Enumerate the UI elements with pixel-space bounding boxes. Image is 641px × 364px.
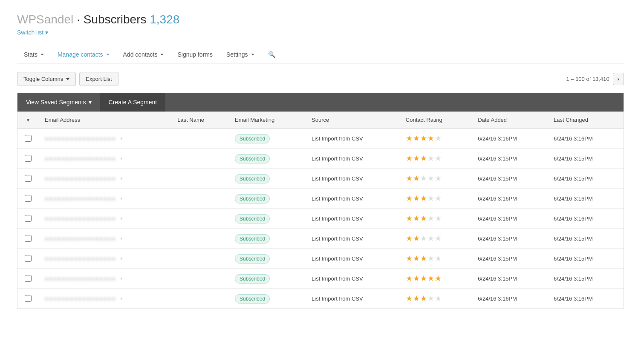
- row-email-blurred: ●●●●●●●●●●●●●●●●●: [45, 235, 116, 242]
- nav-search-button[interactable]: 🔍: [261, 46, 282, 63]
- row-status-cell: Subscribed: [229, 229, 306, 249]
- status-badge: Subscribed: [235, 274, 270, 284]
- row-expand-icon[interactable]: ›: [121, 295, 122, 301]
- col-header-check: ▼: [17, 112, 39, 129]
- nav-item-manage-contacts[interactable]: Manage contacts: [51, 46, 116, 63]
- row-status-cell: Subscribed: [229, 289, 306, 309]
- sort-chevron-icon: ▼: [26, 117, 31, 123]
- row-email-cell: ●●●●●●●●●●●●●●●●● ›: [39, 149, 171, 169]
- star-empty-icon: ★: [435, 214, 442, 223]
- contact-rating-stars: ★★★★★: [406, 194, 442, 203]
- row-expand-icon[interactable]: ›: [121, 235, 122, 241]
- row-checkbox[interactable]: [25, 175, 32, 182]
- star-empty-icon: ★: [427, 294, 435, 303]
- row-source-cell: List Import from CSV: [306, 189, 400, 209]
- row-expand-icon[interactable]: ›: [121, 135, 122, 141]
- table-row: ●●●●●●●●●●●●●●●●● › Subscribed List Impo…: [17, 169, 624, 189]
- table-row: ●●●●●●●●●●●●●●●●● › Subscribed List Impo…: [17, 249, 624, 269]
- contact-rating-stars: ★★★★★: [406, 234, 442, 243]
- star-filled-icon: ★: [406, 274, 413, 283]
- toolbar-left: Toggle Columns Export List: [17, 72, 118, 86]
- nav-signup-forms-label: Signup forms: [177, 51, 212, 58]
- nav-item-add-contacts[interactable]: Add contacts: [116, 46, 171, 63]
- row-status-cell: Subscribed: [229, 129, 306, 149]
- row-date-added-cell: 6/24/16 3:16PM: [472, 189, 548, 209]
- status-badge: Subscribed: [235, 254, 270, 264]
- export-list-label: Export List: [86, 76, 112, 82]
- view-saved-segments-chevron-icon: ▾: [89, 99, 92, 106]
- star-filled-icon: ★: [420, 294, 427, 303]
- row-date-added-cell: 6/24/16 3:15PM: [472, 149, 548, 169]
- view-saved-segments-button[interactable]: View Saved Segments ▾: [17, 93, 100, 112]
- star-filled-icon: ★: [406, 194, 413, 203]
- table-row: ●●●●●●●●●●●●●●●●● › Subscribed List Impo…: [17, 189, 624, 209]
- row-email-blurred: ●●●●●●●●●●●●●●●●●: [45, 155, 116, 162]
- row-last-name-cell: [171, 149, 229, 169]
- star-empty-icon: ★: [427, 174, 435, 183]
- row-expand-icon[interactable]: ›: [121, 195, 122, 201]
- subscribers-label: · Subscribers: [77, 13, 146, 26]
- star-filled-icon: ★: [420, 214, 427, 223]
- nav-item-settings[interactable]: Settings: [219, 46, 261, 63]
- row-source-cell: List Import from CSV: [306, 209, 400, 229]
- row-date-added-cell: 6/24/16 3:15PM: [472, 169, 548, 189]
- row-checkbox[interactable]: [25, 235, 32, 242]
- row-rating-cell: ★★★★★: [400, 209, 472, 229]
- row-rating-cell: ★★★★★: [400, 249, 472, 269]
- pagination-text: 1 – 100 of 13,410: [566, 76, 609, 82]
- row-expand-icon[interactable]: ›: [121, 155, 122, 161]
- row-checkbox[interactable]: [25, 155, 32, 162]
- row-checkbox[interactable]: [25, 275, 32, 282]
- row-checkbox-cell: [17, 169, 39, 189]
- col-header-email: Email Address: [39, 112, 171, 129]
- star-empty-icon: ★: [435, 254, 442, 263]
- row-email-blurred: ●●●●●●●●●●●●●●●●●: [45, 275, 116, 282]
- star-filled-icon: ★: [406, 254, 413, 263]
- row-date-added-cell: 6/24/16 3:16PM: [472, 129, 548, 149]
- star-empty-icon: ★: [435, 194, 442, 203]
- row-expand-icon[interactable]: ›: [121, 175, 122, 181]
- star-filled-icon: ★: [420, 274, 427, 283]
- row-rating-cell: ★★★★★: [400, 289, 472, 309]
- row-last-name-cell: [171, 129, 229, 149]
- row-date-added-cell: 6/24/16 3:15PM: [472, 249, 548, 269]
- row-last-changed-cell: 6/24/16 3:15PM: [548, 229, 624, 249]
- star-filled-icon: ★: [413, 214, 420, 223]
- row-checkbox[interactable]: [25, 255, 32, 262]
- pagination-next-icon: ›: [618, 76, 619, 82]
- app-name: WPSandel: [17, 13, 73, 26]
- row-checkbox[interactable]: [25, 135, 32, 142]
- star-empty-icon: ★: [435, 154, 442, 163]
- switch-list-label: Switch list: [17, 29, 43, 36]
- star-filled-icon: ★: [406, 294, 413, 303]
- row-checkbox-cell: [17, 269, 39, 289]
- create-segment-button[interactable]: Create A Segment: [100, 93, 166, 112]
- row-expand-icon[interactable]: ›: [121, 275, 122, 281]
- table-row: ●●●●●●●●●●●●●●●●● › Subscribed List Impo…: [17, 229, 624, 249]
- switch-list-link[interactable]: Switch list ▾: [17, 29, 48, 36]
- export-list-button[interactable]: Export List: [79, 72, 118, 86]
- row-expand-icon[interactable]: ›: [121, 215, 122, 221]
- nav-item-signup-forms[interactable]: Signup forms: [170, 46, 219, 63]
- row-last-name-cell: [171, 249, 229, 269]
- toggle-columns-button[interactable]: Toggle Columns: [17, 72, 76, 86]
- row-email-blurred: ●●●●●●●●●●●●●●●●●: [45, 215, 116, 222]
- toggle-columns-chevron-icon: [66, 78, 69, 80]
- toggle-columns-label: Toggle Columns: [23, 76, 63, 82]
- table-body: ●●●●●●●●●●●●●●●●● › Subscribed List Impo…: [17, 129, 624, 309]
- switch-list-chevron-icon: ▾: [45, 29, 48, 36]
- nav-stats-chevron-icon: [40, 54, 44, 55]
- row-checkbox[interactable]: [25, 215, 32, 222]
- star-filled-icon: ★: [420, 254, 427, 263]
- star-filled-icon: ★: [406, 174, 413, 183]
- row-checkbox[interactable]: [25, 295, 32, 302]
- nav-item-stats[interactable]: Stats: [17, 46, 51, 63]
- row-status-cell: Subscribed: [229, 169, 306, 189]
- row-checkbox[interactable]: [25, 195, 32, 202]
- col-header-last-name: Last Name: [171, 112, 229, 129]
- row-expand-icon[interactable]: ›: [121, 255, 122, 261]
- nav-settings-label: Settings: [226, 51, 248, 58]
- star-filled-icon: ★: [413, 294, 420, 303]
- pagination-next-button[interactable]: ›: [613, 73, 624, 85]
- row-status-cell: Subscribed: [229, 209, 306, 229]
